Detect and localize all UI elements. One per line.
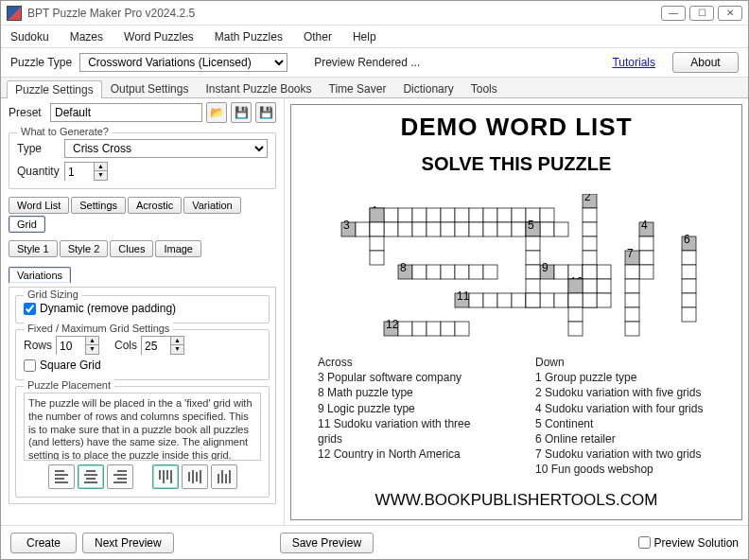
svg-rect-40 <box>356 222 370 236</box>
tutorials-link[interactable]: Tutorials <box>612 56 655 69</box>
subtab-image[interactable]: Image <box>155 240 201 257</box>
svg-rect-113 <box>526 251 540 265</box>
subtab-settings[interactable]: Settings <box>71 197 126 214</box>
cols-label: Cols <box>114 339 137 352</box>
align-right-button[interactable] <box>107 464 133 489</box>
svg-rect-103 <box>583 279 597 293</box>
preset-label: Preset <box>9 106 46 119</box>
cols-stepper[interactable]: ▲▼ <box>141 336 184 355</box>
create-button[interactable]: Create <box>10 533 77 553</box>
subtab-style1[interactable]: Style 1 <box>9 240 58 257</box>
preview-solution-checkbox[interactable] <box>638 536 651 549</box>
maximize-button[interactable]: ☐ <box>689 6 714 21</box>
svg-rect-95 <box>370 251 384 265</box>
svg-rect-31 <box>455 208 469 222</box>
about-button[interactable]: About <box>672 52 739 73</box>
tab-instant-puzzle-books[interactable]: Instant Puzzle Books <box>197 79 320 97</box>
menu-wordpuzzles[interactable]: Word Puzzles <box>124 30 194 44</box>
save-preset-button[interactable]: 💾 <box>231 102 252 123</box>
cols-input[interactable] <box>142 337 170 356</box>
type-select[interactable]: Criss Cross <box>64 139 268 158</box>
square-grid-row[interactable]: Square Grid <box>24 359 261 372</box>
svg-rect-116 <box>526 293 540 307</box>
subtab-clues[interactable]: Clues <box>110 240 153 257</box>
rows-stepper[interactable]: ▲▼ <box>56 336 99 355</box>
menu-mazes[interactable]: Mazes <box>70 30 103 44</box>
svg-rect-42 <box>384 222 398 236</box>
valign-bottom-button[interactable] <box>211 464 237 489</box>
svg-rect-57 <box>412 265 427 279</box>
rows-label: Rows <box>24 339 52 352</box>
tab-output-settings[interactable]: Output Settings <box>102 79 198 97</box>
across-heading: Across <box>318 355 497 370</box>
preset-input[interactable] <box>50 103 202 122</box>
svg-rect-133 <box>568 307 583 322</box>
svg-rect-35 <box>512 208 526 222</box>
chevron-down-icon[interactable]: ▼ <box>94 171 107 180</box>
svg-rect-61 <box>469 265 483 279</box>
svg-rect-100 <box>583 236 597 251</box>
svg-text:3: 3 <box>343 219 350 232</box>
quantity-stepper[interactable]: ▲▼ <box>64 162 108 181</box>
svg-text:6: 6 <box>684 233 690 246</box>
svg-rect-132 <box>568 293 583 307</box>
subtab-wordlist[interactable]: Word List <box>9 197 69 214</box>
save-preset-as-button[interactable]: 💾 <box>255 102 276 123</box>
fixed-grid-legend: Fixed / Maximum Grid Settings <box>24 323 173 334</box>
svg-rect-47 <box>455 222 469 236</box>
menu-help[interactable]: Help <box>353 30 376 44</box>
svg-rect-108 <box>639 251 653 265</box>
menu-sudoku[interactable]: Sudoku <box>10 30 49 44</box>
puzzle-type-select[interactable]: Crossword Variations (Licensed) <box>79 53 287 72</box>
subtab-variation[interactable]: Variation <box>183 197 241 214</box>
valign-middle-button[interactable] <box>182 464 208 489</box>
fixed-grid-group: Fixed / Maximum Grid Settings Rows ▲▼ Co… <box>15 329 270 380</box>
tab-variations[interactable]: Variations <box>9 267 71 284</box>
down-clue: 5 Continent <box>535 416 715 431</box>
svg-rect-90 <box>441 322 455 336</box>
open-preset-button[interactable]: 📂 <box>206 102 227 123</box>
preview-solution-row[interactable]: Preview Solution <box>638 536 739 550</box>
svg-text:9: 9 <box>542 261 549 274</box>
svg-rect-30 <box>441 208 455 222</box>
square-grid-checkbox[interactable] <box>24 359 36 372</box>
svg-rect-28 <box>412 208 427 222</box>
subtab-acrostic[interactable]: Acrostic <box>128 197 182 214</box>
across-clue: 3 Popular software company <box>318 370 497 385</box>
down-clue: 10 Fun goods webshop <box>535 462 715 477</box>
close-button[interactable]: ✕ <box>718 6 742 21</box>
dynamic-checkbox[interactable] <box>24 303 36 315</box>
subtab-style2[interactable]: Style 2 <box>60 240 109 257</box>
tab-time-saver[interactable]: Time Saver <box>321 79 395 97</box>
align-left-button[interactable] <box>48 464 75 489</box>
tab-puzzle-settings[interactable]: Puzzle Settings <box>7 80 102 98</box>
svg-rect-49 <box>483 222 497 236</box>
rows-input[interactable] <box>57 337 85 356</box>
svg-text:7: 7 <box>627 247 634 260</box>
subtab-grid[interactable]: Grid <box>9 216 45 233</box>
svg-rect-123 <box>682 307 696 322</box>
dynamic-checkbox-row[interactable]: Dynamic (remove padding) <box>24 302 261 315</box>
align-center-button[interactable] <box>78 464 104 489</box>
svg-rect-77 <box>497 293 512 307</box>
menu-mathpuzzles[interactable]: Math Puzzles <box>215 30 283 44</box>
tab-dictionary[interactable]: Dictionary <box>394 79 462 97</box>
svg-rect-34 <box>497 208 512 222</box>
svg-rect-127 <box>625 279 639 293</box>
svg-rect-112 <box>526 236 540 251</box>
menu-other[interactable]: Other <box>304 30 332 44</box>
next-preview-button[interactable]: Next Preview <box>82 533 174 553</box>
quantity-input[interactable] <box>65 163 94 182</box>
puzzle-placement-group: Puzzle Placement The puzzle will be plac… <box>15 386 270 498</box>
tab-tools[interactable]: Tools <box>462 79 506 97</box>
app-icon <box>7 6 22 21</box>
valign-top-button[interactable] <box>152 464 179 489</box>
save-preview-button[interactable]: Save Preview <box>280 533 374 553</box>
title-bar: BPT Puzzle Maker Pro v2024.2.5 — ☐ ✕ <box>1 1 748 26</box>
minimize-button[interactable]: — <box>661 6 686 21</box>
chevron-up-icon[interactable]: ▲ <box>94 163 107 171</box>
svg-rect-88 <box>412 322 427 336</box>
preview-subtitle: SOLVE THIS PUZZLE <box>422 153 612 175</box>
svg-text:5: 5 <box>528 219 534 232</box>
grid-sizing-group: Grid Sizing Dynamic (remove padding) <box>15 295 270 324</box>
